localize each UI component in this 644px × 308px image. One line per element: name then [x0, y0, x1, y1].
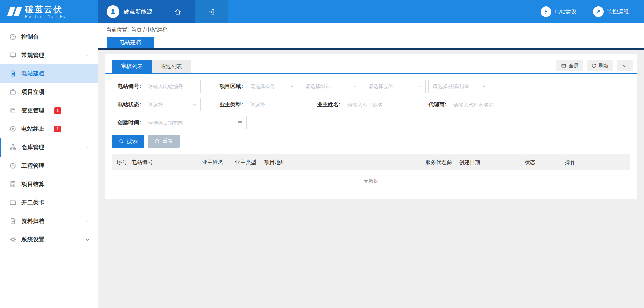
- logout-button[interactable]: [195, 0, 228, 23]
- sidebar-item-label: 电站终止: [21, 125, 44, 133]
- fullscreen-label: 全屏: [569, 63, 579, 69]
- bolt-icon: [541, 6, 551, 17]
- filter-row-3: 创建时间:: [112, 116, 630, 129]
- card-icon: [9, 199, 16, 206]
- sidebar-item-station-archive[interactable]: 电站建档: [0, 64, 98, 83]
- sidebar-item-label: 系统设置: [21, 236, 44, 243]
- page-tabs: 电站建档: [98, 37, 644, 50]
- chevron-down-icon: [85, 219, 90, 224]
- agent-label: 代理商:: [418, 101, 446, 108]
- empty-state: 无数据: [112, 170, 630, 192]
- sidebar-item-label: 项目结算: [21, 180, 44, 188]
- sidebar-item-change-mgmt[interactable]: 变更管理 1: [0, 101, 98, 120]
- notification-badge: 1: [54, 126, 61, 132]
- agent-input[interactable]: [449, 98, 510, 111]
- sidebar-item-project-settlement[interactable]: 项目结算: [0, 175, 98, 193]
- created-time-label: 创建时间:: [112, 119, 141, 126]
- chevron-down-icon: [290, 84, 294, 89]
- station-status-select[interactable]: 请选择: [144, 98, 201, 111]
- filter-row-1: 电站编号: 项目区域: 请选择省份 请选择城市 请选择县/区 请选择村镇/街道: [112, 80, 630, 93]
- town-select[interactable]: 请选择村镇/街道: [428, 80, 490, 93]
- filter-form: 电站编号: 项目区域: 请选择省份 请选择城市 请选择县/区 请选择村镇/街道: [105, 74, 637, 129]
- reset-button[interactable]: 重置: [148, 135, 180, 148]
- sidebar-item-label: 变更管理: [21, 107, 44, 114]
- search-button[interactable]: 搜索: [112, 135, 144, 148]
- user-menu[interactable]: 破茧新能源: [98, 0, 161, 23]
- header-spacer: [228, 0, 541, 23]
- empty-row: 无数据: [112, 170, 630, 192]
- bolt-glyph: [543, 9, 549, 14]
- avatar: [107, 5, 119, 18]
- sidebar-item-general-mgmt[interactable]: 常规管理: [0, 46, 98, 64]
- panel-card: 审核列表 通过列表 全屏 刷新 电站编号: 项目区域:: [105, 54, 637, 199]
- brand-logo-icon: [9, 7, 20, 16]
- owner-name-input[interactable]: [343, 98, 404, 111]
- sidebar-item-system-settings[interactable]: 系统设置: [0, 230, 98, 249]
- date-range-picker[interactable]: [144, 116, 247, 129]
- gauge-icon: [9, 33, 16, 40]
- tab-review-list[interactable]: 审核列表: [112, 60, 152, 73]
- sidebar-item-project-initiation[interactable]: 项目立项: [0, 83, 98, 101]
- copy-icon: [9, 107, 16, 114]
- province-select[interactable]: 请选择省份: [246, 80, 298, 93]
- sidebar-item-console[interactable]: 控制台: [0, 27, 98, 46]
- results-table: 序号 电站编号 业主姓名 业主类型 项目地址 服务代理商 创建日期 状态 操作 …: [112, 154, 630, 192]
- tab-passed-list[interactable]: 通过列表: [152, 60, 191, 73]
- chevron-down-icon: [622, 63, 627, 68]
- owner-type-select[interactable]: 请选择: [246, 98, 298, 111]
- refresh-icon: [591, 63, 596, 68]
- chevron-down-icon: [85, 237, 90, 242]
- sidebar-item-class2-card[interactable]: 开二类卡: [0, 193, 98, 212]
- sidebar-item-label: 控制台: [21, 33, 39, 41]
- notification-badge: 1: [54, 107, 61, 114]
- nav-monitor-ops[interactable]: 监控运维: [593, 6, 629, 17]
- wrench-icon: [593, 6, 604, 17]
- collapse-filters-button[interactable]: [617, 60, 633, 71]
- breadcrumb-label: 当前位置:: [106, 26, 129, 34]
- owner-type-placeholder: 请选择: [250, 102, 265, 108]
- sidebar-item-label: 项目立项: [21, 88, 44, 96]
- home-button[interactable]: [161, 0, 195, 23]
- breadcrumb-path[interactable]: 首页 / 电站建档: [131, 26, 167, 34]
- chevron-down-icon: [417, 84, 422, 89]
- chevron-down-icon: [482, 84, 486, 89]
- nav-station-build[interactable]: 电站建设: [541, 6, 576, 17]
- col-project-address: 项目地址: [262, 154, 423, 170]
- filter-row-2: 电站状态: 请选择 业主类型: 请选择 业主姓名: 代理商:: [112, 98, 630, 111]
- city-placeholder: 请选择城市: [305, 83, 330, 90]
- tab-station-archive[interactable]: 电站建档: [107, 37, 154, 48]
- app-logo[interactable]: 破茧云伏 Po Jian Yun Fu: [0, 0, 98, 23]
- breadcrumb: 当前位置: 首页 / 电站建档: [98, 23, 644, 37]
- target-icon: [9, 125, 16, 132]
- filter-actions: 搜索 重置: [105, 134, 637, 148]
- sidebar-item-warehouse-mgmt[interactable]: 仓库管理: [0, 138, 98, 157]
- city-select[interactable]: 请选择城市: [301, 80, 361, 93]
- owner-name-label: 业主姓名:: [312, 101, 340, 108]
- sitemap-icon: [9, 144, 16, 151]
- col-actions: 操作: [562, 154, 630, 170]
- sidebar-item-station-termination[interactable]: 电站终止 1: [0, 120, 98, 138]
- nav-monitor-ops-label: 监控运维: [607, 8, 629, 15]
- sidebar-item-engineering-mgmt[interactable]: 工程管理: [0, 157, 98, 175]
- logout-icon: [208, 8, 215, 15]
- panel-tabs: 审核列表 通过列表 全屏 刷新: [105, 54, 637, 74]
- calculator-icon: [9, 181, 16, 188]
- station-status-label: 电站状态:: [112, 101, 141, 108]
- search-label: 搜索: [127, 138, 138, 145]
- document-icon: [9, 218, 16, 225]
- sidebar-item-label: 常规管理: [21, 51, 44, 59]
- chevron-down-icon: [290, 102, 294, 107]
- refresh-button[interactable]: 刷新: [587, 60, 613, 71]
- calendar-icon[interactable]: [237, 120, 243, 126]
- col-owner-name: 业主姓名: [199, 154, 232, 170]
- county-select[interactable]: 请选择县/区: [364, 80, 426, 93]
- col-seq: 序号: [112, 154, 129, 170]
- date-range-input[interactable]: [144, 116, 237, 129]
- sidebar-item-data-archive[interactable]: 资料归档: [0, 212, 98, 230]
- station-no-input[interactable]: [144, 80, 201, 93]
- sidebar: 控制台 常规管理 电站建档 项目立项 变更管理 1 电站终止 1 仓库管理 工程…: [0, 23, 98, 308]
- chevron-down-icon: [85, 53, 90, 58]
- fullscreen-button[interactable]: 全屏: [556, 60, 583, 71]
- town-placeholder: 请选择村镇/街道: [433, 83, 469, 90]
- col-service-agent: 服务代理商: [423, 154, 456, 170]
